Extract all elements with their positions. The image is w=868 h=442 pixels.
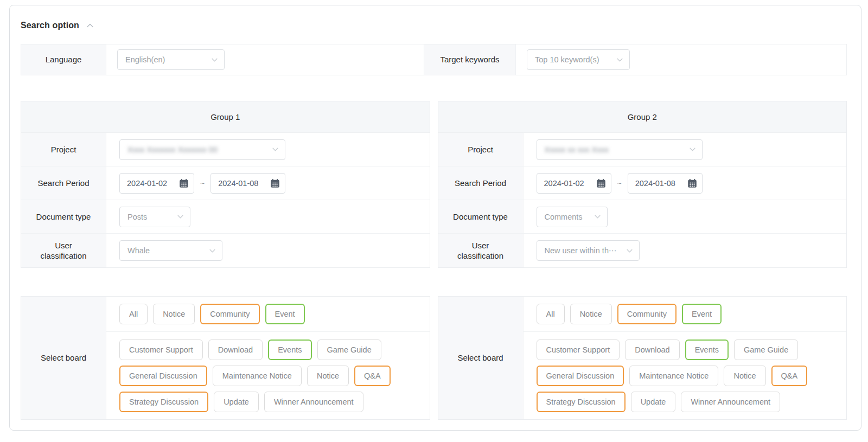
group-1-document-type-select[interactable]: Posts — [119, 207, 190, 227]
group-1-board-chip-update[interactable]: Update — [214, 392, 259, 412]
group-2-board-chip-notice[interactable]: Notice — [724, 366, 765, 386]
chevron-down-icon — [690, 148, 695, 151]
group-1-user-classification-select[interactable]: Whale — [119, 240, 222, 261]
calendar-icon[interactable] — [179, 178, 189, 188]
date-to-value: 2024-01-08 — [218, 179, 258, 188]
group-1-category-chip-notice[interactable]: Notice — [153, 304, 195, 324]
date-from-value: 2024-01-02 — [544, 179, 584, 188]
chevron-down-icon — [272, 148, 278, 151]
user-classification-select-value: New user within th⋯ — [545, 246, 617, 255]
group-2-project-select[interactable]: Xxxxx xx xxx Xxxx — [537, 139, 703, 160]
target-keywords-select-value: Top 10 keyword(s) — [535, 55, 599, 64]
collapse-toggle[interactable] — [87, 23, 93, 28]
group-2-document-type-select[interactable]: Comments — [537, 207, 608, 227]
project-select-value-blurred: Xxxx Xxxxxxx Xxxxxxx 00 — [127, 145, 218, 154]
language-select-value: English(en) — [125, 55, 165, 64]
group-2-category-chip-community[interactable]: Community — [617, 304, 676, 324]
group-1-board-chip-customer-support[interactable]: Customer Support — [119, 339, 203, 360]
group-1-board-chip-download[interactable]: Download — [208, 339, 263, 360]
language-label: Language — [21, 44, 106, 75]
group-1-board-chip-q-a[interactable]: Q&A — [354, 366, 391, 386]
group-1-document-type-row: Document type Posts — [21, 200, 430, 234]
chevron-down-icon — [209, 249, 215, 253]
project-label: Project — [21, 133, 106, 166]
project-label: Project — [438, 133, 524, 166]
group-1-user-classification-row: User classification Whale — [21, 234, 430, 267]
group-2-board-chip-download[interactable]: Download — [625, 339, 680, 360]
group-1-search-period-row: Search Period 2024-01-02 ~ 2024-01-08 — [21, 166, 430, 200]
group-1-board-chip-events[interactable]: Events — [268, 339, 311, 360]
group-1-panel: Group 1 Project Xxxx Xxxxxxx Xxxxxxx 00 … — [21, 101, 430, 268]
calendar-icon[interactable] — [596, 178, 606, 188]
user-classification-label: User classification — [21, 234, 106, 267]
chevron-down-icon — [617, 58, 623, 62]
calendar-icon[interactable] — [687, 178, 697, 188]
group-1-select-board-panel: Select board AllNoticeCommunityEvent Cus… — [21, 296, 430, 420]
group-1-date-to[interactable]: 2024-01-08 — [210, 173, 285, 194]
target-keywords-select[interactable]: Top 10 keyword(s) — [527, 49, 630, 70]
group-2-user-classification-row: User classification New user within th⋯ — [438, 234, 847, 267]
group-2-board-chip-strategy-discussion[interactable]: Strategy Discussion — [537, 392, 626, 412]
group-2-board-chip-maintenance-notice[interactable]: Maintenance Notice — [629, 366, 718, 386]
group-1-board-chip-maintenance-notice[interactable]: Maintenance Notice — [213, 366, 302, 386]
target-keywords-label: Target keywords — [424, 44, 516, 75]
user-classification-select-value: Whale — [127, 246, 150, 255]
group-2-user-classification-select[interactable]: New user within th⋯ — [537, 240, 640, 261]
document-type-select-value: Comments — [545, 213, 583, 221]
select-board-label: Select board — [438, 297, 524, 419]
group-1-board-chip-general-discussion[interactable]: General Discussion — [119, 366, 207, 386]
group-1-board-chip-winner-announcement[interactable]: Winner Announcement — [264, 392, 363, 412]
group-2-board-chip-update[interactable]: Update — [631, 392, 676, 412]
search-period-label: Search Period — [21, 166, 106, 200]
group-1-project-select[interactable]: Xxxx Xxxxxxx Xxxxxxx 00 — [119, 139, 285, 160]
chevron-down-icon — [177, 215, 183, 219]
group-2-panel: Group 2 Project Xxxxx xx xxx Xxxx Search… — [438, 101, 847, 268]
document-type-label: Document type — [438, 200, 524, 233]
document-type-select-value: Posts — [127, 213, 147, 221]
chevron-down-icon — [212, 58, 218, 62]
select-board-label: Select board — [21, 297, 106, 419]
group-2-search-period-row: Search Period 2024-01-02 ~ 2024-01-08 — [438, 166, 847, 200]
group-1-category-chip-community[interactable]: Community — [200, 304, 259, 324]
group-1-board-chip-game-guide[interactable]: Game Guide — [317, 339, 381, 360]
group-2-board-chip-events[interactable]: Events — [685, 339, 729, 360]
group-1-project-row: Project Xxxx Xxxxxxx Xxxxxxx 00 — [21, 133, 430, 166]
date-range-separator: ~ — [200, 179, 205, 188]
group-2-title: Group 2 — [438, 101, 847, 133]
group-1-date-from[interactable]: 2024-01-02 — [119, 173, 194, 194]
group-1-category-chip-all[interactable]: All — [119, 304, 148, 324]
group-2-date-to[interactable]: 2024-01-08 — [628, 173, 703, 194]
group-1-board-chip-strategy-discussion[interactable]: Strategy Discussion — [119, 392, 208, 412]
date-to-value: 2024-01-08 — [635, 179, 675, 188]
search-option-header: Search option — [21, 21, 847, 30]
group-2-board-chip-customer-support[interactable]: Customer Support — [537, 339, 620, 360]
group-2-board-chip-general-discussion[interactable]: General Discussion — [537, 366, 624, 386]
date-range-separator: ~ — [617, 179, 622, 188]
chevron-up-icon — [87, 23, 93, 28]
search-period-label: Search Period — [438, 166, 524, 200]
calendar-icon[interactable] — [270, 178, 280, 188]
group-2-date-from[interactable]: 2024-01-02 — [537, 173, 611, 194]
top-filter-table: Language English(en) Target keywords Top… — [21, 44, 847, 75]
group-2-board-chip-q-a[interactable]: Q&A — [771, 366, 808, 386]
group-2-category-chip-all[interactable]: All — [537, 304, 565, 324]
group-1-board-chip-notice[interactable]: Notice — [307, 366, 349, 386]
group-2-category-chip-event[interactable]: Event — [682, 304, 722, 324]
group-1-title: Group 1 — [21, 101, 430, 133]
group-2-category-chip-notice[interactable]: Notice — [570, 304, 612, 324]
group-2-category-chips: AllNoticeCommunityEvent — [524, 297, 847, 332]
language-select[interactable]: English(en) — [117, 49, 225, 70]
chevron-down-icon — [627, 249, 633, 253]
user-classification-label: User classification — [438, 234, 524, 267]
document-type-label: Document type — [21, 200, 106, 233]
group-2-board-chip-winner-announcement[interactable]: Winner Announcement — [681, 392, 780, 412]
search-option-card: Search option Language English(en) Targe… — [9, 5, 861, 431]
date-from-value: 2024-01-02 — [127, 179, 167, 188]
project-select-value-blurred: Xxxxx xx xxx Xxxx — [545, 145, 609, 154]
group-2-board-chip-game-guide[interactable]: Game Guide — [734, 339, 798, 360]
group-2-project-row: Project Xxxxx xx xxx Xxxx — [438, 133, 847, 166]
group-2-document-type-row: Document type Comments — [438, 200, 847, 234]
group-2-select-board-panel: Select board AllNoticeCommunityEvent Cus… — [438, 296, 847, 420]
chevron-down-icon — [595, 215, 601, 219]
group-1-category-chip-event[interactable]: Event — [265, 304, 305, 324]
